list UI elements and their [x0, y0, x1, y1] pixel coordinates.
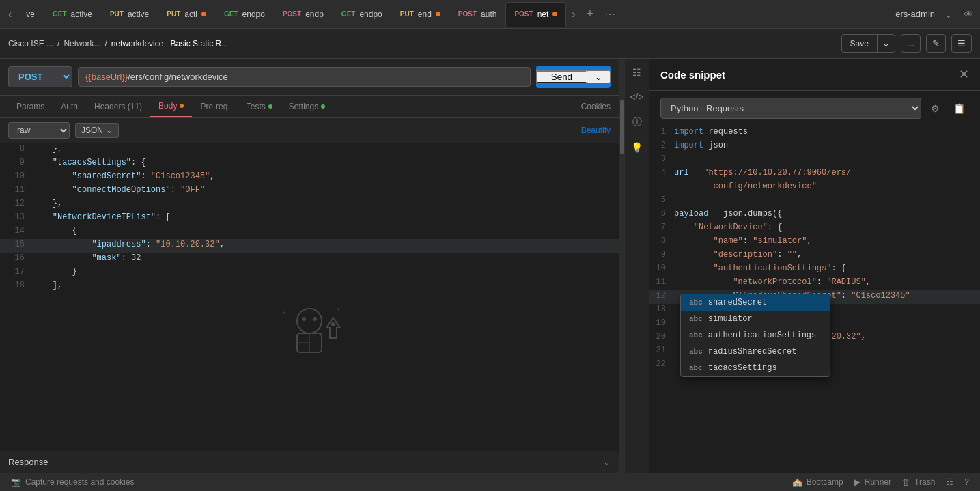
tab-headers[interactable]: Headers (11)	[86, 96, 150, 117]
ac-label: sharedSecret	[708, 298, 767, 307]
code-line-14: 14 {	[0, 225, 619, 239]
snippet-settings-button[interactable]: ⚙	[927, 100, 944, 117]
grid-button[interactable]: ☷	[946, 477, 953, 487]
tab-prereq[interactable]: Pre-req.	[192, 96, 238, 117]
response-chevron-icon: ⌄	[603, 457, 611, 467]
code-editor[interactable]: 8 }, 9 "tacacsSettings": { 10 "sharedSec…	[0, 143, 619, 451]
svg-text:✦: ✦	[337, 306, 340, 312]
cookies-button[interactable]: Cookies	[581, 102, 611, 111]
tab-ve[interactable]: ve	[17, 2, 44, 27]
json-format-select[interactable]: JSON ⌄	[75, 123, 119, 138]
tab-add-button[interactable]: +	[581, 4, 600, 24]
snippet-line-6: 6 payload = json.dumps({	[649, 208, 980, 222]
autocomplete-dropdown[interactable]: abc sharedSecret abc simulator abc authe…	[680, 294, 830, 377]
save-button[interactable]: Save	[842, 36, 877, 52]
beautify-button[interactable]: Beautify	[581, 126, 611, 135]
tab-put-active[interactable]: PUT active	[101, 2, 158, 27]
tab-tests[interactable]: Tests	[238, 96, 281, 117]
breadcrumb-item-1[interactable]: Cisco ISE ...	[8, 39, 53, 48]
tab-post-net[interactable]: POST net	[505, 2, 566, 27]
ac-label: simulator	[708, 314, 753, 324]
tab-next-button[interactable]: ›	[566, 5, 580, 23]
snippet-line-11: 11 "networkProtocol": "RADIUS",	[649, 277, 980, 290]
breadcrumb-item-2[interactable]: Network...	[64, 39, 100, 48]
trash-icon: 🗑	[902, 477, 910, 487]
request-tabs: Params Auth Headers (11) Body Pre-req. T…	[0, 96, 619, 118]
breadcrumb-item-3[interactable]: networkdevice : Basic Static R...	[111, 39, 228, 48]
tab-put-end[interactable]: PUT end	[391, 2, 449, 27]
ac-type-icon: abc	[689, 364, 703, 372]
tab-label: acti	[184, 10, 197, 19]
tab-more-button[interactable]: ⋯	[599, 5, 621, 23]
snippet-line-10: 10 "authenticationSettings": {	[649, 263, 980, 277]
snippet-line-5: 5	[649, 195, 980, 208]
snippet-line-8: 8 "name": "simulator",	[649, 236, 980, 249]
svg-point-1	[302, 317, 306, 321]
svg-point-6	[331, 322, 335, 326]
save-dropdown-button[interactable]: ⌄	[877, 35, 895, 52]
left-panel-scrollbar[interactable]	[619, 59, 625, 473]
autocomplete-item-authn[interactable]: abc authenticationSettings	[681, 327, 830, 343]
left-panel: POST GET PUT DELETE {{baseUrl}}/ers/conf…	[0, 59, 619, 473]
method-badge: POST	[458, 10, 477, 18]
runner-icon: ▶	[854, 477, 860, 487]
document-icon[interactable]: ☷	[630, 64, 644, 81]
url-path: /ers/config/networkdevice	[128, 72, 228, 82]
autocomplete-item-tacacs[interactable]: abc tacacsSettings	[681, 360, 830, 376]
tab-post-auth[interactable]: POST auth	[449, 2, 506, 27]
autocomplete-item-simulator[interactable]: abc simulator	[681, 311, 830, 327]
scrollbar-thumb	[620, 100, 624, 154]
trash-button[interactable]: 🗑 Trash	[902, 477, 935, 487]
body-type-select[interactable]: raw form-data binary	[8, 122, 70, 139]
snippet-line-1: 1 import requests	[649, 126, 980, 140]
code-snippet-panel: Code snippet ✕ Python - Requests JavaScr…	[649, 59, 980, 473]
capture-button[interactable]: 📷 Capture requests and cookies	[11, 477, 134, 487]
code-line-17: 17 }	[0, 266, 619, 280]
tab-get-endpo2[interactable]: GET endpo	[333, 2, 391, 27]
tab-prev-button[interactable]: ‹	[3, 5, 17, 23]
autocomplete-item-sharedsecret[interactable]: abc sharedSecret	[681, 294, 830, 311]
help-button[interactable]: ?	[964, 477, 969, 487]
snippet-line-3: 3	[649, 154, 980, 167]
tab-settings[interactable]: Settings	[281, 96, 333, 117]
tab-body[interactable]: Body	[150, 96, 192, 117]
tab-post-endp[interactable]: POST endp	[274, 2, 333, 27]
dropdown-icon[interactable]: ⌄	[940, 6, 957, 23]
snippet-code[interactable]: 1 import requests 2 import json 3 4 url …	[649, 126, 980, 473]
tab-get-active[interactable]: GET active	[44, 2, 101, 27]
tab-auth[interactable]: Auth	[53, 96, 86, 117]
bulb-icon[interactable]: 💡	[628, 139, 645, 156]
svg-text:✦: ✦	[282, 309, 285, 315]
tab-params[interactable]: Params	[8, 96, 53, 117]
autocomplete-item-radius[interactable]: abc radiusSharedSecret	[681, 343, 830, 360]
tab-put-acti[interactable]: PUT acti	[158, 2, 215, 27]
method-select[interactable]: POST GET PUT DELETE	[8, 66, 72, 87]
grid-icon: ☷	[946, 477, 953, 487]
snippet-copy-button[interactable]: 📋	[949, 100, 969, 117]
info-circle-icon[interactable]: ⓘ	[630, 113, 645, 131]
body-toolbar: raw form-data binary JSON ⌄ Beautify	[0, 118, 619, 143]
svg-point-2	[313, 317, 317, 321]
send-button[interactable]: Send	[536, 70, 587, 83]
layout-button[interactable]: ☰	[951, 34, 972, 53]
tab-bar: ‹ ve GET active PUT active PUT acti GET …	[0, 0, 980, 29]
edit-button[interactable]: ✎	[926, 34, 946, 53]
tab-label: ve	[26, 10, 35, 19]
help-icon: ?	[964, 477, 969, 487]
tab-get-endpo[interactable]: GET endpo	[215, 2, 274, 27]
code-icon[interactable]: </>	[627, 89, 646, 105]
snippet-line-4: 4 url = "https://10.10.20.77:9060/ers/	[649, 167, 980, 181]
url-display[interactable]: {{baseUrl}}/ers/config/networkdevice	[78, 67, 531, 87]
more-options-button[interactable]: ...	[901, 34, 921, 53]
url-variable: {{baseUrl}}	[85, 72, 128, 82]
send-dropdown-button[interactable]: ⌄	[587, 70, 611, 83]
snippet-close-button[interactable]: ✕	[959, 67, 969, 82]
runner-button[interactable]: ▶ Runner	[854, 477, 891, 487]
right-section: ☷ </> ⓘ 💡 Code snippet ✕ Python - Reques…	[625, 59, 980, 473]
ac-label: radiusSharedSecret	[708, 347, 797, 356]
eye-icon[interactable]: 👁	[960, 6, 977, 23]
ac-label: authenticationSettings	[708, 331, 816, 340]
bootcamp-button[interactable]: 🏫 Bootcamp	[792, 477, 843, 487]
response-bar[interactable]: Response ⌄	[0, 451, 619, 473]
language-select[interactable]: Python - Requests JavaScript cURL	[660, 98, 921, 119]
